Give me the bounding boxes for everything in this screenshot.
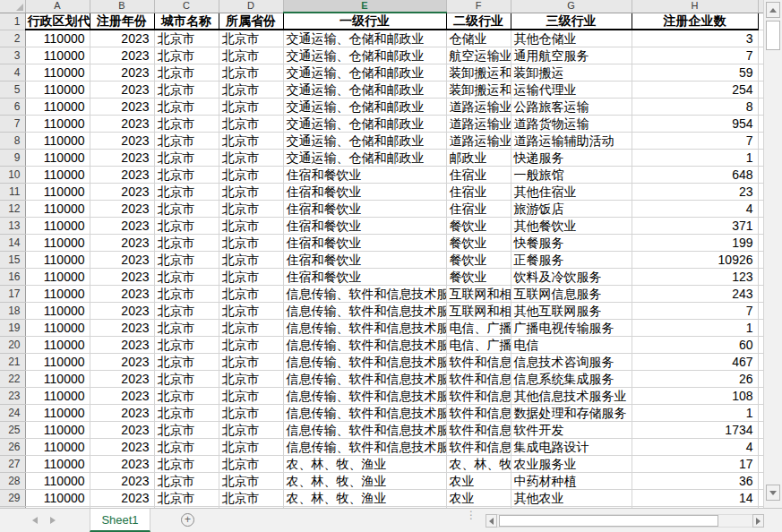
cell-A5[interactable]: 110000 (25, 82, 90, 99)
cell-D2[interactable]: 北京市 (219, 30, 283, 47)
cell-B29[interactable]: 2023 (90, 490, 154, 507)
cell-H18[interactable]: 7 (632, 303, 758, 320)
cell-D14[interactable]: 北京市 (219, 235, 283, 252)
cell-H22[interactable]: 26 (632, 371, 758, 388)
cell-B6[interactable]: 2023 (90, 99, 154, 116)
row-header-27[interactable]: 27 (0, 456, 25, 473)
cell-E18[interactable]: 信息传输、软件和信息技术服务业 (283, 303, 446, 320)
cell-B19[interactable]: 2023 (90, 320, 154, 337)
tab-scroll-right-icon[interactable] (50, 517, 56, 524)
cell-C1[interactable]: 城市名称 (154, 13, 219, 30)
cell-H29[interactable]: 14 (632, 490, 758, 507)
cell-D17[interactable]: 北京市 (219, 286, 283, 303)
cell-D20[interactable]: 北京市 (219, 337, 283, 354)
cell-G2[interactable]: 其他仓储业 (511, 30, 632, 47)
cell-D23[interactable]: 北京市 (219, 388, 283, 405)
cell-D11[interactable]: 北京市 (219, 184, 283, 201)
cell-H5[interactable]: 254 (632, 82, 758, 99)
cell-B10[interactable]: 2023 (90, 167, 154, 184)
cell-E1[interactable]: 一级行业 (283, 13, 446, 30)
cell-F4[interactable]: 装卸搬运和运输代理业 (446, 64, 511, 82)
cell-D15[interactable]: 北京市 (219, 252, 283, 269)
cell-A1[interactable]: 行政区划代码 (25, 13, 90, 30)
cell-D24[interactable]: 北京市 (219, 405, 283, 422)
cell-F27[interactable]: 农、林、牧、渔服务业 (446, 456, 511, 473)
cell-A19[interactable]: 110000 (25, 320, 90, 337)
cell-G22[interactable]: 信息系统集成服务 (511, 371, 632, 388)
cell-D3[interactable]: 北京市 (219, 47, 283, 64)
cell-F5[interactable]: 装卸搬运和运输代理业 (446, 82, 511, 99)
cell-G3[interactable]: 通用航空服务 (511, 47, 632, 64)
cell-B11[interactable]: 2023 (90, 184, 154, 201)
cell-G6[interactable]: 公路旅客运输 (511, 99, 632, 116)
cell-B16[interactable]: 2023 (90, 269, 154, 286)
column-header-E[interactable]: E (283, 0, 446, 13)
row-header-15[interactable]: 15 (0, 252, 25, 269)
cell-F25[interactable]: 软件和信息技术服务业 (446, 422, 511, 439)
cell-B26[interactable]: 2023 (90, 439, 154, 456)
cell-H6[interactable]: 8 (632, 99, 758, 116)
row-header-29[interactable]: 29 (0, 490, 25, 507)
cell-H8[interactable]: 7 (632, 133, 758, 150)
cell-A16[interactable]: 110000 (25, 269, 90, 286)
cell-H19[interactable]: 1 (632, 320, 758, 337)
add-sheet-button[interactable]: + (181, 513, 194, 527)
column-header-D[interactable]: D (219, 0, 283, 13)
cell-A9[interactable]: 110000 (25, 150, 90, 167)
cell-E23[interactable]: 信息传输、软件和信息技术服务业 (283, 388, 446, 405)
row-header-4[interactable]: 4 (0, 64, 25, 82)
cell-F10[interactable]: 住宿业 (446, 167, 511, 184)
cell-D7[interactable]: 北京市 (219, 116, 283, 133)
cell-E16[interactable]: 住宿和餐饮业 (283, 269, 446, 286)
cell-A22[interactable]: 110000 (25, 371, 90, 388)
cell-H23[interactable]: 108 (632, 388, 758, 405)
cell-G27[interactable]: 农业服务业 (511, 456, 632, 473)
cell-C29[interactable]: 北京市 (154, 490, 219, 507)
row-header-11[interactable]: 11 (0, 184, 25, 201)
cell-G8[interactable]: 道路运输辅助活动 (511, 133, 632, 150)
cell-B21[interactable]: 2023 (90, 354, 154, 371)
cell-B18[interactable]: 2023 (90, 303, 154, 320)
cell-H3[interactable]: 7 (632, 47, 758, 64)
cell-E17[interactable]: 信息传输、软件和信息技术服务业 (283, 286, 446, 303)
cell-D18[interactable]: 北京市 (219, 303, 283, 320)
cell-E6[interactable]: 交通运输、仓储和邮政业 (283, 99, 446, 116)
cell-D13[interactable]: 北京市 (219, 218, 283, 235)
cell-C21[interactable]: 北京市 (154, 354, 219, 371)
cell-C9[interactable]: 北京市 (154, 150, 219, 167)
cell-C22[interactable]: 北京市 (154, 371, 219, 388)
cell-E2[interactable]: 交通运输、仓储和邮政业 (283, 30, 446, 47)
cell-G14[interactable]: 快餐服务 (511, 235, 632, 252)
row-header-20[interactable]: 20 (0, 337, 25, 354)
cell-H28[interactable]: 36 (632, 473, 758, 490)
cell-E28[interactable]: 农、林、牧、渔业 (283, 473, 446, 490)
cell-E9[interactable]: 交通运输、仓储和邮政业 (283, 150, 446, 167)
cell-C4[interactable]: 北京市 (154, 64, 219, 82)
column-header-B[interactable]: B (90, 0, 154, 13)
cell-G11[interactable]: 其他住宿业 (511, 184, 632, 201)
cell-F9[interactable]: 邮政业 (446, 150, 511, 167)
scroll-down-button[interactable] (766, 485, 780, 501)
cell-C26[interactable]: 北京市 (154, 439, 219, 456)
cell-E7[interactable]: 交通运输、仓储和邮政业 (283, 116, 446, 133)
cell-B4[interactable]: 2023 (90, 64, 154, 82)
cell-C3[interactable]: 北京市 (154, 47, 219, 64)
row-header-12[interactable]: 12 (0, 201, 25, 218)
cell-G28[interactable]: 中药材种植 (511, 473, 632, 490)
cell-A23[interactable]: 110000 (25, 388, 90, 405)
column-header-F[interactable]: F (446, 0, 511, 13)
cell-F26[interactable]: 软件和信息技术服务业 (446, 439, 511, 456)
cell-C13[interactable]: 北京市 (154, 218, 219, 235)
cell-G1[interactable]: 三级行业 (511, 13, 632, 30)
cell-G20[interactable]: 电信 (511, 337, 632, 354)
row-header-22[interactable]: 22 (0, 371, 25, 388)
row-header-10[interactable]: 10 (0, 167, 25, 184)
scroll-up-button[interactable] (766, 2, 780, 18)
cell-B8[interactable]: 2023 (90, 133, 154, 150)
cell-C24[interactable]: 北京市 (154, 405, 219, 422)
cell-C11[interactable]: 北京市 (154, 184, 219, 201)
cell-E15[interactable]: 住宿和餐饮业 (283, 252, 446, 269)
cell-H1[interactable]: 注册企业数 (632, 13, 758, 30)
cell-F16[interactable]: 餐饮业 (446, 269, 511, 286)
cell-A29[interactable]: 110000 (25, 490, 90, 507)
